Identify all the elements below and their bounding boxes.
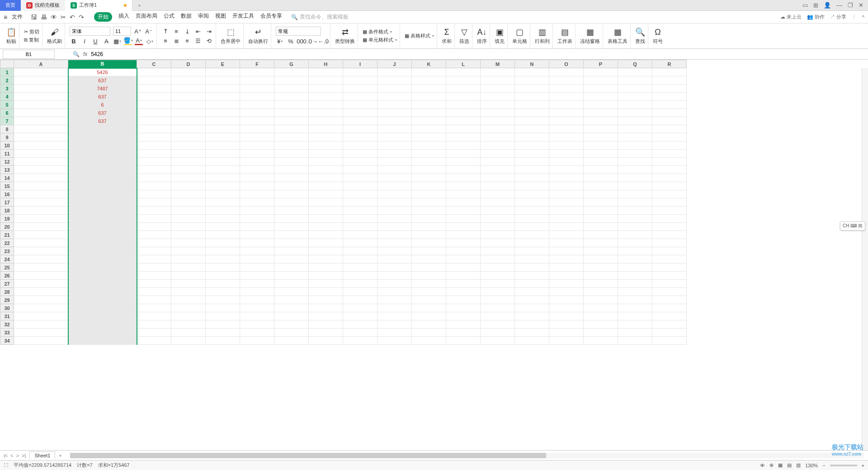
cell-K5[interactable]	[412, 101, 446, 109]
close-icon[interactable]: ✕	[859, 2, 863, 9]
cell-E15[interactable]	[206, 182, 240, 190]
cell-L14[interactable]	[446, 174, 481, 182]
cell-B31[interactable]	[68, 312, 137, 320]
maximize-icon[interactable]: ❐	[848, 2, 853, 9]
cell-M28[interactable]	[481, 288, 515, 296]
cell-Q1[interactable]	[618, 68, 652, 76]
cell-P20[interactable]	[584, 223, 618, 231]
cell-M16[interactable]	[481, 190, 515, 198]
cell-J16[interactable]	[377, 190, 412, 198]
sheet-next-icon[interactable]: >	[16, 453, 19, 458]
layout1-icon[interactable]: ▭	[802, 2, 808, 9]
cell-L8[interactable]	[446, 125, 481, 133]
merge-button[interactable]: ⬚合并居中	[221, 27, 241, 45]
cell-E9[interactable]	[206, 133, 240, 141]
cell-I10[interactable]	[343, 141, 377, 150]
cell-B14[interactable]	[68, 174, 137, 182]
cell-M12[interactable]	[481, 158, 515, 166]
cell-O3[interactable]	[549, 85, 584, 93]
cell-G33[interactable]	[274, 329, 309, 337]
cell-B21[interactable]	[68, 231, 137, 239]
cell-F21[interactable]	[240, 231, 274, 239]
cell-O18[interactable]	[549, 207, 584, 215]
col-header-B[interactable]: B	[68, 60, 137, 68]
cell-D29[interactable]	[171, 296, 206, 304]
cell-O28[interactable]	[549, 288, 584, 296]
cell-A33[interactable]	[14, 329, 68, 337]
cell-F17[interactable]	[240, 198, 274, 207]
cell-C3[interactable]	[137, 85, 171, 93]
cell-A31[interactable]	[14, 312, 68, 320]
cell-R19[interactable]	[652, 215, 687, 223]
cell-O13[interactable]	[549, 166, 584, 174]
cell-H34[interactable]	[309, 337, 343, 345]
cell-K10[interactable]	[412, 141, 446, 150]
cell-B3[interactable]: 7487	[68, 85, 137, 93]
cell-G27[interactable]	[274, 280, 309, 288]
cell-D1[interactable]	[171, 68, 206, 76]
row-header-22[interactable]: 22	[0, 239, 14, 247]
cell-F20[interactable]	[240, 223, 274, 231]
table-tool-button[interactable]: ▦表格工具	[608, 27, 627, 45]
cell-H32[interactable]	[309, 320, 343, 329]
cell-R14[interactable]	[652, 174, 687, 182]
minimize-icon[interactable]: —	[836, 2, 842, 9]
cell-G29[interactable]	[274, 296, 309, 304]
ribbon-tab-view[interactable]: 视图	[215, 12, 226, 22]
row-header-12[interactable]: 12	[0, 158, 14, 166]
cell-D11[interactable]	[171, 150, 206, 158]
italic-icon[interactable]: I	[80, 37, 89, 45]
cell-L9[interactable]	[446, 133, 481, 141]
cell-O8[interactable]	[549, 125, 584, 133]
cell-D34[interactable]	[171, 337, 206, 345]
cell-I33[interactable]	[343, 329, 377, 337]
cell-K18[interactable]	[412, 207, 446, 215]
row-header-20[interactable]: 20	[0, 223, 14, 231]
cell-E26[interactable]	[206, 272, 240, 280]
cell-H14[interactable]	[309, 174, 343, 182]
cell-J19[interactable]	[377, 215, 412, 223]
cell-C29[interactable]	[137, 296, 171, 304]
cell-O12[interactable]	[549, 158, 584, 166]
cell-Q31[interactable]	[618, 312, 652, 320]
cell-P4[interactable]	[584, 93, 618, 101]
font-size-select[interactable]	[113, 27, 131, 36]
cell-H21[interactable]	[309, 231, 343, 239]
cell-I17[interactable]	[343, 198, 377, 207]
cell-C24[interactable]	[137, 255, 171, 263]
cell-G23[interactable]	[274, 247, 309, 255]
cell-N1[interactable]	[515, 68, 549, 76]
cell-R22[interactable]	[652, 239, 687, 247]
cell-H30[interactable]	[309, 304, 343, 312]
cell-N20[interactable]	[515, 223, 549, 231]
cell-M24[interactable]	[481, 255, 515, 263]
cell-R27[interactable]	[652, 280, 687, 288]
cell-E2[interactable]	[206, 76, 240, 85]
cell-J30[interactable]	[377, 304, 412, 312]
tab-home[interactable]: 首页	[0, 0, 21, 11]
cell-O14[interactable]	[549, 174, 584, 182]
cell-J22[interactable]	[377, 239, 412, 247]
cell-R18[interactable]	[652, 207, 687, 215]
cell-K34[interactable]	[412, 337, 446, 345]
cell-E23[interactable]	[206, 247, 240, 255]
cell-Q6[interactable]	[618, 109, 652, 117]
cell-E14[interactable]	[206, 174, 240, 182]
ribbon-tab-data[interactable]: 数据	[181, 12, 192, 22]
cell-I4[interactable]	[343, 93, 377, 101]
cell-P30[interactable]	[584, 304, 618, 312]
cell-M4[interactable]	[481, 93, 515, 101]
cell-N31[interactable]	[515, 312, 549, 320]
cell-M25[interactable]	[481, 263, 515, 272]
cell-Q33[interactable]	[618, 329, 652, 337]
cell-A34[interactable]	[14, 337, 68, 345]
col-header-L[interactable]: L	[446, 60, 481, 68]
cell-Q14[interactable]	[618, 174, 652, 182]
cell-J7[interactable]	[377, 117, 412, 125]
cell-Q32[interactable]	[618, 320, 652, 329]
cell-I12[interactable]	[343, 158, 377, 166]
cell-D3[interactable]	[171, 85, 206, 93]
cell-Q9[interactable]	[618, 133, 652, 141]
cell-D18[interactable]	[171, 207, 206, 215]
cell-F34[interactable]	[240, 337, 274, 345]
